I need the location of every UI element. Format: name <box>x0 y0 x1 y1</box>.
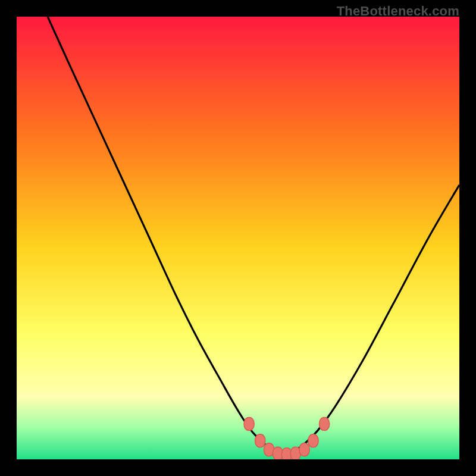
highlight-marker <box>308 434 318 447</box>
chart-svg <box>17 17 459 459</box>
highlight-marker <box>299 443 309 456</box>
gradient-background <box>17 17 459 459</box>
chart-plot-area <box>17 17 459 459</box>
highlight-marker <box>255 434 265 447</box>
chart-frame: { "watermark": "TheBottleneck.com", "col… <box>0 0 476 476</box>
highlight-marker <box>244 417 254 430</box>
highlight-marker <box>320 417 330 430</box>
